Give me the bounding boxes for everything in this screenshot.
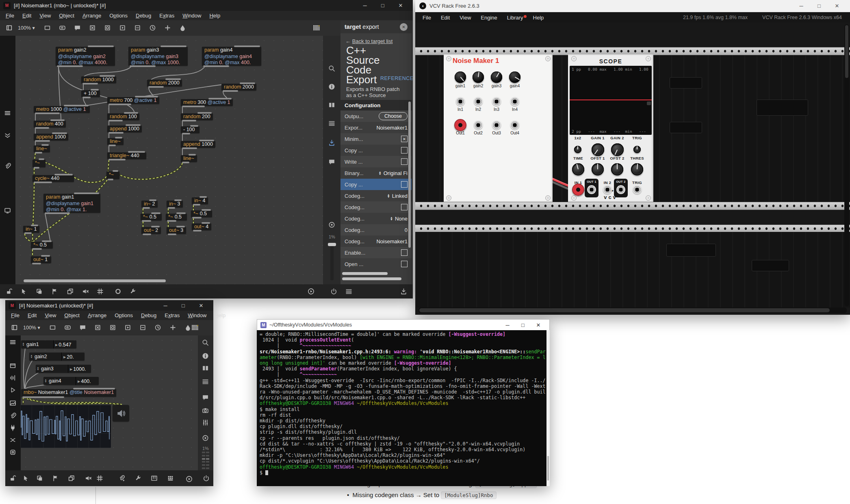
terminal-titlebar[interactable]: M ~/OfftheskyVcvModules/VcvModules ─□✕ — [257, 319, 550, 330]
terminal-window: M ~/OfftheskyVcvModules/VcvModules ─□✕ =… — [0, 0, 850, 504]
terminal-minimize-button[interactable]: ─ — [500, 322, 515, 328]
mintty-icon: M — [260, 322, 267, 328]
terminal-title: ~/OfftheskyVcvModules/VcvModules — [269, 322, 352, 328]
terminal-output: = double; RNBO::MillisecondTime = double… — [257, 330, 550, 486]
terminal-maximize-button[interactable]: □ — [515, 322, 531, 328]
terminal-scrollbar[interactable] — [546, 330, 550, 486]
terminal-close-button[interactable]: ✕ — [531, 322, 546, 328]
